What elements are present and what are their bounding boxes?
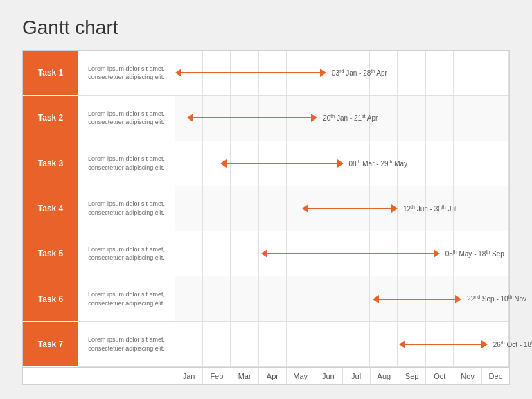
task-desc-column: Lorem ipsum dolor sit amet, consectetuer…	[78, 51, 175, 367]
month-label-jul: Jul	[343, 368, 371, 384]
arrow-line-4	[308, 208, 391, 209]
arrow-line-2	[193, 117, 311, 118]
chart-row-3: 08th Mar - 29th May	[175, 141, 509, 186]
bar-overlay-3: 08th Mar - 29th May	[175, 141, 509, 186]
arrow-head-right-6	[455, 295, 461, 303]
bar-label-6: 22nd Sep - 10th Nov	[467, 294, 526, 303]
arrow-head-left-2	[187, 114, 193, 122]
chart-rows: 03rd Jan - 28th Apr20th Jan - 21st Apr08…	[175, 51, 509, 367]
arrow-bar-7: 26th Oct - 18th Dec	[399, 340, 532, 348]
chart-row-1: 03rd Jan - 28th Apr	[175, 51, 509, 96]
arrow-head-right-1	[320, 69, 326, 77]
chart-row-2: 20th Jan - 21st Apr	[175, 96, 509, 141]
task-desc-6: Lorem ipsum dolor sit amet, consectetuer…	[78, 276, 175, 321]
month-label-may: May	[287, 368, 314, 384]
bar-overlay-7: 26th Oct - 18th Dec	[175, 322, 509, 366]
chart-area: 03rd Jan - 28th Apr20th Jan - 21st Apr08…	[175, 51, 509, 367]
month-label-jan: Jan	[175, 368, 203, 384]
arrow-head-left-4	[302, 204, 308, 213]
arrow-head-left-5	[261, 249, 267, 258]
bar-label-5: 05th May - 18th Sep	[445, 249, 504, 258]
task-label-4: Task 4	[23, 186, 78, 231]
chart-row-4: 12th Jun - 30th Jul	[175, 186, 509, 231]
task-label-2: Task 2	[23, 96, 78, 141]
arrow-bar-3: 08th Mar - 29th May	[220, 159, 408, 168]
task-label-6: Task 6	[23, 276, 78, 321]
page-title: Gantt chart	[22, 17, 510, 39]
task-labels-column: Task 1Task 2Task 3Task 4Task 5Task 6Task…	[23, 51, 78, 367]
arrow-bar-1: 03rd Jan - 28th Apr	[175, 69, 387, 77]
month-spacer	[23, 368, 175, 384]
arrow-line-1	[181, 72, 320, 73]
bar-group-6: 22nd Sep - 10th Nov	[373, 276, 526, 321]
bar-group-7: 26th Oct - 18th Dec	[399, 322, 532, 366]
arrow-bar-5: 05th May - 18th Sep	[261, 249, 504, 258]
bar-group-5: 05th May - 18th Sep	[261, 231, 504, 276]
month-label-apr: Apr	[259, 368, 287, 384]
month-label-mar: Mar	[231, 368, 259, 384]
bar-label-7: 26th Oct - 18th Dec	[493, 340, 532, 348]
arrow-head-left-7	[399, 340, 405, 348]
arrow-head-right-5	[434, 249, 440, 258]
bar-label-2: 20th Jan - 21st Apr	[323, 114, 378, 122]
arrow-bar-6: 22nd Sep - 10th Nov	[373, 294, 526, 303]
bar-label-3: 08th Mar - 29th May	[349, 159, 408, 168]
month-label-aug: Aug	[371, 368, 398, 384]
task-label-3: Task 3	[23, 141, 78, 186]
bar-label-1: 03rd Jan - 28th Apr	[332, 69, 387, 77]
arrow-line-5	[267, 253, 434, 254]
bar-overlay-1: 03rd Jan - 28th Apr	[175, 51, 509, 95]
arrow-bar-2: 20th Jan - 21st Apr	[187, 114, 378, 122]
chart-row-5: 05th May - 18th Sep	[175, 231, 509, 276]
bar-overlay-2: 20th Jan - 21st Apr	[175, 96, 509, 140]
task-label-1: Task 1	[23, 51, 78, 96]
bar-group-4: 12th Jun - 30th Jul	[302, 186, 456, 231]
arrow-head-right-2	[311, 114, 317, 122]
arrow-head-left-6	[373, 295, 379, 303]
month-label-oct: Oct	[426, 368, 454, 384]
task-label-7: Task 7	[23, 322, 78, 367]
arrow-bar-4: 12th Jun - 30th Jul	[302, 204, 456, 213]
arrow-line-6	[379, 299, 455, 300]
task-label-5: Task 5	[23, 231, 78, 276]
month-labels-grid: JanFebMarAprMayJunJulAugSepOctNovDec	[175, 368, 509, 384]
gantt-chart: Task 1Task 2Task 3Task 4Task 5Task 6Task…	[22, 50, 510, 385]
arrow-head-right-4	[391, 204, 398, 213]
month-label-dec: Dec	[482, 368, 509, 384]
chart-row-6: 22nd Sep - 10th Nov	[175, 276, 509, 321]
bar-label-4: 12th Jun - 30th Jul	[403, 204, 456, 213]
month-label-jun: Jun	[314, 368, 342, 384]
bar-group-2: 20th Jan - 21st Apr	[187, 96, 378, 140]
arrow-head-right-3	[337, 159, 344, 168]
bar-overlay-5: 05th May - 18th Sep	[175, 231, 509, 276]
month-label-sep: Sep	[398, 368, 426, 384]
month-labels-row: JanFebMarAprMayJunJulAugSepOctNovDec	[23, 367, 509, 384]
bar-overlay-4: 12th Jun - 30th Jul	[175, 186, 509, 231]
task-desc-7: Lorem ipsum dolor sit amet, consectetuer…	[78, 322, 175, 367]
arrow-line-3	[227, 163, 337, 164]
arrow-head-right-7	[481, 340, 488, 348]
task-desc-5: Lorem ipsum dolor sit amet, consectetuer…	[78, 231, 175, 276]
task-desc-2: Lorem ipsum dolor sit amet, consectetuer…	[78, 96, 175, 141]
task-desc-1: Lorem ipsum dolor sit amet, consectetuer…	[78, 51, 175, 96]
arrow-line-7	[405, 344, 481, 345]
month-label-nov: Nov	[454, 368, 482, 384]
chart-row-7: 26th Oct - 18th Dec	[175, 322, 509, 367]
arrow-head-left-1	[175, 69, 181, 77]
bar-group-3: 08th Mar - 29th May	[220, 141, 408, 186]
arrow-head-left-3	[220, 159, 227, 168]
task-desc-4: Lorem ipsum dolor sit amet, consectetuer…	[78, 186, 175, 231]
task-desc-3: Lorem ipsum dolor sit amet, consectetuer…	[78, 141, 175, 186]
bar-overlay-6: 22nd Sep - 10th Nov	[175, 276, 509, 321]
month-label-feb: Feb	[203, 368, 231, 384]
gantt-body: Task 1Task 2Task 3Task 4Task 5Task 6Task…	[23, 51, 509, 367]
bar-group-1: 03rd Jan - 28th Apr	[175, 51, 387, 95]
